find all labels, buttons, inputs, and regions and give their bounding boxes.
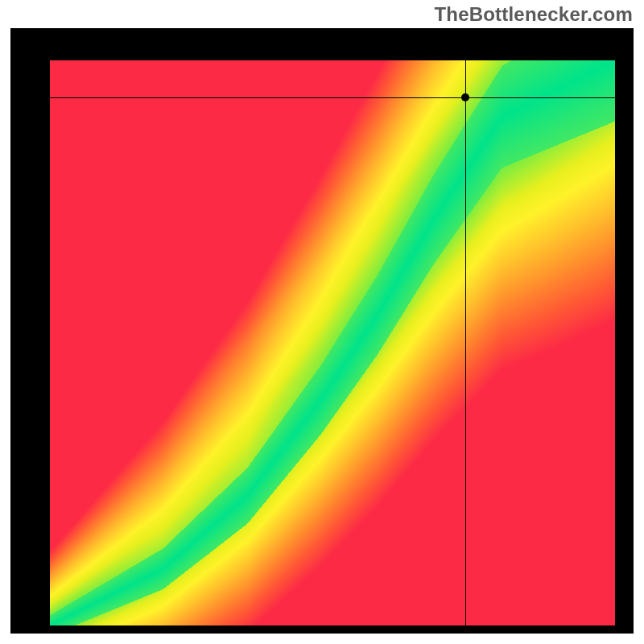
bottleneck-heatmap [50,60,615,625]
chart-outer-frame [10,28,634,634]
chart-wrapper: TheBottlenecker.com [0,0,644,644]
watermark-text: TheBottlenecker.com [434,3,633,26]
